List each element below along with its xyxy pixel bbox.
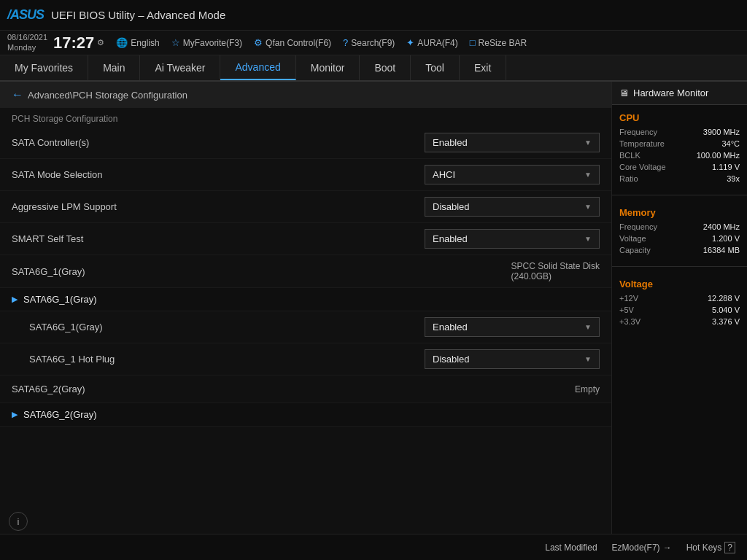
cpu-corevolt-val: 1.119 V	[712, 163, 740, 171]
dropdown-arrow: ▼	[584, 171, 592, 179]
cpu-temp-row: Temperature 34°C	[619, 139, 740, 148]
volt-12v-row: +12V 12.288 V	[619, 294, 740, 303]
cpu-corevolt-key: Core Voltage	[619, 163, 666, 171]
search-btn[interactable]: ? Search(F9)	[343, 37, 395, 48]
favorite-icon: ☆	[171, 37, 180, 48]
dropdown-arrow: ▼	[584, 203, 592, 211]
volt-5v-row: +5V 5.040 V	[619, 306, 740, 314]
clock: 17:27	[53, 34, 94, 52]
sata6g1-group[interactable]: ▶ SATA6G_1(Gray)	[0, 288, 611, 311]
search-icon: ?	[343, 37, 348, 48]
nav-monitor[interactable]: Monitor	[296, 55, 360, 80]
sata6g1-sub-row: SATA6G_1(Gray) Enabled ▼	[0, 311, 611, 343]
my-favorite-btn[interactable]: ☆ MyFavorite(F3)	[171, 37, 242, 48]
nav-ai-tweaker[interactable]: Ai Tweaker	[140, 55, 220, 80]
hot-keys-icon: ?	[724, 542, 735, 553]
main-layout: ← Advanced\PCH Storage Configuration PCH…	[0, 82, 747, 534]
nav-exit[interactable]: Exit	[460, 55, 506, 80]
ez-mode-label: EzMode(F7)	[612, 542, 660, 553]
sata6g1-sub-dropdown[interactable]: Enabled ▼	[425, 317, 600, 337]
sata6g1-hotplug-dropdown[interactable]: Disabled ▼	[425, 349, 600, 369]
topbar: 08/16/2021 Monday 17:27 ⚙ 🌐 English ☆ My…	[0, 31, 747, 55]
sata-controllers-dropdown[interactable]: Enabled ▼	[425, 133, 600, 152]
cpu-bclk-val: 100.00 MHz	[697, 151, 740, 160]
sata-controllers-label: SATA Controller(s)	[12, 137, 425, 148]
sata6g1-hotplug-row: SATA6G_1 Hot Plug Disabled ▼	[0, 343, 611, 376]
sata6g1-sub-label: SATA6G_1(Gray)	[29, 322, 425, 332]
dropdown-arrow: ▼	[584, 323, 592, 331]
smart-self-test-dropdown[interactable]: Enabled ▼	[425, 229, 600, 249]
breadcrumb-back-arrow[interactable]: ←	[12, 88, 23, 101]
monitor-icon: 🖥	[619, 88, 629, 98]
fan-icon: ⚙	[254, 37, 263, 48]
resize-bar-btn[interactable]: □ ReSize BAR	[470, 37, 527, 48]
smart-self-test-row: SMART Self Test Enabled ▼	[0, 223, 611, 255]
volt-5v-val: 5.040 V	[712, 306, 740, 314]
sata6g2-group-label: SATA6G_2(Gray)	[23, 409, 97, 420]
info-icon[interactable]: i	[9, 512, 28, 531]
hot-keys-label: Hot Keys	[686, 542, 722, 553]
footer: Last Modified EzMode(F7) → Hot Keys ?	[0, 534, 747, 560]
cpu-corevolt-row: Core Voltage 1.119 V	[619, 163, 740, 171]
last-modified-btn[interactable]: Last Modified	[545, 542, 597, 553]
nav-boot[interactable]: Boot	[360, 55, 411, 80]
header: /ASUS UEFI BIOS Utility – Advanced Mode	[0, 0, 747, 31]
aura-icon: ✦	[406, 37, 414, 48]
nav-main[interactable]: Main	[88, 55, 140, 80]
sata6g1-hotplug-label: SATA6G_1 Hot Plug	[29, 354, 425, 365]
aggressive-lpm-row: Aggressive LPM Support Disabled ▼	[0, 191, 611, 223]
cpu-ratio-val: 39x	[727, 174, 740, 183]
cpu-frequency-val: 3900 MHz	[703, 128, 740, 136]
sata6g2-group[interactable]: ▶ SATA6G_2(Gray)	[0, 403, 611, 427]
hw-cpu-section: CPU Frequency 3900 MHz Temperature 34°C …	[612, 105, 747, 190]
hw-memory-section: Memory Frequency 2400 MHz Voltage 1.200 …	[612, 200, 747, 262]
cpu-frequency-row: Frequency 3900 MHz	[619, 128, 740, 136]
volt-33v-row: +3.3V 3.376 V	[619, 317, 740, 326]
mem-capacity-key: Capacity	[619, 246, 651, 254]
section-label: PCH Storage Configuration	[0, 108, 611, 127]
last-modified-label: Last Modified	[545, 542, 597, 553]
volt-33v-val: 3.376 V	[712, 317, 740, 326]
nav-advanced[interactable]: Advanced	[220, 55, 295, 80]
settings-icon[interactable]: ⚙	[97, 38, 104, 47]
expand-icon: ▶	[12, 410, 18, 419]
content-panel: ← Advanced\PCH Storage Configuration PCH…	[0, 82, 611, 534]
nav-tool[interactable]: Tool	[411, 55, 460, 80]
resize-icon: □	[470, 37, 476, 48]
aura-btn[interactable]: ✦ AURA(F4)	[406, 37, 457, 48]
dropdown-arrow: ▼	[584, 139, 592, 147]
volt-12v-val: 12.288 V	[708, 294, 740, 303]
dropdown-arrow: ▼	[584, 235, 592, 243]
right-panel: 🖥 Hardware Monitor CPU Frequency 3900 MH…	[611, 82, 747, 534]
sata6g2-info-row: SATA6G_2(Gray) Empty	[0, 376, 611, 403]
hw-memory-title: Memory	[619, 207, 740, 218]
qfan-control-btn[interactable]: ⚙ Qfan Control(F6)	[254, 37, 331, 48]
mem-voltage-key: Voltage	[619, 234, 646, 243]
cpu-frequency-key: Frequency	[619, 128, 657, 136]
hw-cpu-title: CPU	[619, 112, 740, 123]
language-selector[interactable]: 🌐 English	[116, 37, 159, 48]
ez-mode-icon: →	[663, 542, 672, 553]
nav-my-favorites[interactable]: My Favorites	[0, 55, 88, 80]
sata6g1-group-label: SATA6G_1(Gray)	[23, 294, 97, 305]
sata-mode-row: SATA Mode Selection AHCI ▼	[0, 159, 611, 191]
expand-icon: ▶	[12, 295, 18, 304]
cpu-ratio-row: Ratio 39x	[619, 174, 740, 183]
sata6g1-info-value: SPCC Solid State Disk(240.0GB)	[511, 261, 600, 281]
smart-self-test-label: SMART Self Test	[12, 233, 425, 244]
mem-capacity-val: 16384 MB	[703, 246, 740, 254]
mem-frequency-key: Frequency	[619, 222, 657, 231]
hot-keys-btn[interactable]: Hot Keys ?	[686, 542, 735, 553]
ez-mode-btn[interactable]: EzMode(F7) →	[612, 542, 672, 553]
asus-logo: /ASUS	[7, 7, 44, 23]
aggressive-lpm-label: Aggressive LPM Support	[12, 201, 425, 212]
volt-5v-key: +5V	[619, 306, 634, 314]
breadcrumb[interactable]: ← Advanced\PCH Storage Configuration	[0, 82, 611, 108]
cpu-ratio-key: Ratio	[619, 174, 638, 183]
sata-mode-dropdown[interactable]: AHCI ▼	[425, 165, 600, 184]
cpu-bclk-row: BCLK 100.00 MHz	[619, 151, 740, 160]
hw-monitor-title: 🖥 Hardware Monitor	[612, 82, 747, 105]
aggressive-lpm-dropdown[interactable]: Disabled ▼	[425, 197, 600, 217]
breadcrumb-path: Advanced\PCH Storage Configuration	[28, 90, 187, 101]
hw-voltage-title: Voltage	[619, 279, 740, 289]
